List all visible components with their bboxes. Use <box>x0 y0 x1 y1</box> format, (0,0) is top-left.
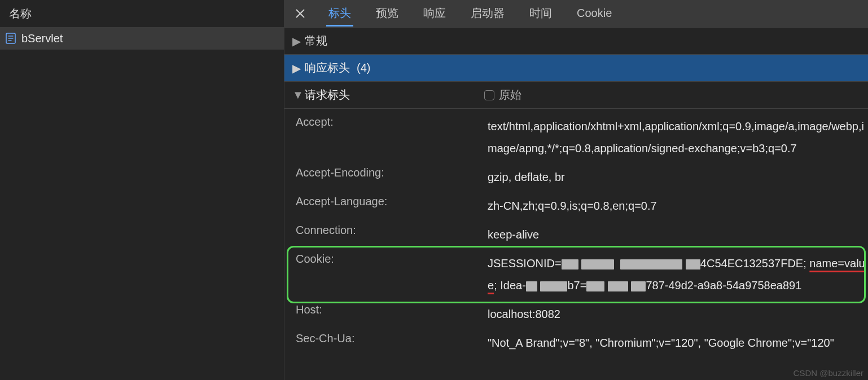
redacted-block <box>526 281 537 291</box>
cookie-text: JSESSIONID= <box>488 257 562 269</box>
cookie-text: ; Idea- <box>494 279 526 291</box>
checkbox-icon <box>484 90 494 100</box>
section-general-label: 常规 <box>305 33 327 48</box>
request-headers-list: Accept: text/html,application/xhtml+xml,… <box>284 108 868 380</box>
header-row: Connection: keep-alive <box>284 220 868 249</box>
raw-toggle-label: 原始 <box>499 87 521 103</box>
request-row[interactable]: bServlet <box>0 27 284 50</box>
header-value: keep-alive <box>488 224 868 246</box>
section-request-label: 请求标头 <box>305 87 350 103</box>
tab-bar: 标头 预览 响应 启动器 时间 Cookie <box>284 0 868 27</box>
raw-toggle[interactable]: 原始 <box>484 87 521 103</box>
redacted-block <box>620 259 682 269</box>
tab-cookies[interactable]: Cookie <box>564 0 624 26</box>
tab-label: 启动器 <box>471 6 505 21</box>
header-value: localhost:8082 <box>488 303 868 325</box>
header-row: Host: localhost:8082 <box>284 300 868 329</box>
header-row-cookie: Cookie: JSESSIONID= 4C54EC132537FDE; nam… <box>284 249 868 300</box>
redacted-block <box>631 281 646 291</box>
chevron-right-icon: ▶ <box>292 61 300 75</box>
header-row: Sec-Ch-Ua: "Not_A Brand";v="8", "Chromiu… <box>284 329 868 357</box>
header-value: zh-CN,zh;q=0.9,is;q=0.8,en;q=0.7 <box>488 195 868 217</box>
watermark: CSDN @buzzkiller <box>794 368 863 378</box>
tab-label: Cookie <box>577 7 612 20</box>
request-list-panel: 名称 bServlet <box>0 0 284 380</box>
section-response-label: 响应标头 <box>305 60 350 76</box>
header-name: Accept-Encoding: <box>296 166 488 179</box>
cookie-text: b7= <box>567 279 586 291</box>
header-value: text/html,application/xhtml+xml,applicat… <box>488 116 868 160</box>
redacted-block <box>540 281 567 291</box>
header-value: JSESSIONID= 4C54EC132537FDE; name=value;… <box>488 253 868 297</box>
section-request-headers[interactable]: ▼ 请求标头 原始 <box>284 81 868 108</box>
request-list-header-label: 名称 <box>9 6 32 21</box>
header-name: Cookie: <box>296 253 488 266</box>
header-name: Connection: <box>296 224 488 237</box>
tab-timing[interactable]: 时间 <box>517 0 564 26</box>
cookie-text: 4C54EC132537FDE; <box>700 257 809 269</box>
section-response-headers[interactable]: ▶ 响应标头 (4) <box>284 54 868 81</box>
header-value: gzip, deflate, br <box>488 166 868 188</box>
tab-label: 标头 <box>328 6 351 21</box>
header-name: Sec-Ch-Ua: <box>296 332 488 345</box>
header-value: "Not_A Brand";v="8", "Chromium";v="120",… <box>488 332 868 354</box>
header-row: Accept-Language: zh-CN,zh;q=0.9,is;q=0.8… <box>284 192 868 220</box>
chevron-down-icon: ▼ <box>292 89 300 101</box>
tab-label: 响应 <box>423 6 446 21</box>
header-name: Host: <box>296 303 488 316</box>
request-row-label: bServlet <box>21 32 63 45</box>
tab-label: 预览 <box>376 6 398 21</box>
redacted-block <box>562 259 578 269</box>
tab-headers[interactable]: 标头 <box>316 0 363 26</box>
section-response-count: (4) <box>357 61 370 74</box>
chevron-right-icon: ▶ <box>292 34 300 48</box>
document-icon <box>6 33 16 44</box>
header-row: Accept-Encoding: gzip, deflate, br <box>284 163 868 192</box>
header-row: Accept: text/html,application/xhtml+xml,… <box>284 112 868 163</box>
redacted-block <box>581 259 614 269</box>
tab-response[interactable]: 响应 <box>411 0 458 26</box>
cookie-text: 787-49d2-a9a8-54a9758ea891 <box>646 279 801 291</box>
tab-initiator[interactable]: 启动器 <box>458 0 517 26</box>
tab-preview[interactable]: 预览 <box>363 0 411 26</box>
redacted-block <box>586 281 604 291</box>
header-name: Accept: <box>296 116 488 129</box>
request-list-header: 名称 <box>0 0 284 27</box>
details-panel: 标头 预览 响应 启动器 时间 Cookie ▶ 常规 ▶ 响应标头 (4) ▼… <box>284 0 868 380</box>
tab-label: 时间 <box>529 6 552 21</box>
section-general[interactable]: ▶ 常规 <box>284 27 868 54</box>
redacted-block <box>686 259 700 269</box>
redacted-block <box>608 281 628 291</box>
header-name: Accept-Language: <box>296 195 488 208</box>
close-button[interactable] <box>284 0 316 26</box>
